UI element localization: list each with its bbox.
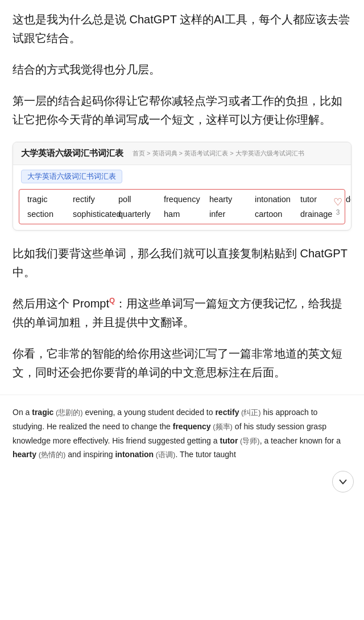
word-quarterly: quarterly — [118, 210, 164, 219]
word-intonation: intonation — [255, 195, 300, 204]
word-decorative: decorative — [346, 195, 351, 204]
number-badge: 3 — [336, 208, 340, 216]
word-tragic-bold: tragic — [32, 408, 53, 417]
tragic-cn: (悲剧的) — [53, 408, 82, 417]
intro-para3: 第一层的结合起码你得让它帮你减轻点学习或者工作的负担，比如让它把你今天背的单词写… — [13, 92, 351, 129]
vocab-words-box: tragic rectify poll frequency hearty int… — [19, 189, 345, 224]
word-frequency-bold: frequency — [173, 422, 211, 431]
word-tutor-bold: tutor — [220, 436, 238, 445]
intro-para1: 这也是我为什么总是说 ChatGPT 这样的AI工具，每个人都应该去尝试跟它结合… — [13, 10, 351, 48]
frequency-cn: (频率) — [211, 422, 233, 431]
vocab-tag: 大学英语六级词汇书词汇表 — [21, 170, 122, 183]
word-rectify-bold: rectify — [215, 408, 239, 417]
intonation-cn: (语调) — [154, 450, 175, 459]
middle-para3: 你看，它非常的智能的给你用这些词汇写了一篇非常地道的英文短文，同时还会把你要背的… — [13, 344, 351, 382]
word-ham: ham — [164, 210, 209, 219]
word-poll: poll — [118, 195, 164, 204]
vocab-card: 大学英语六级词汇书词汇表 首页 > 英语词典 > 英语考试词汇表 > 大学英语六… — [13, 142, 351, 231]
word-frequency: frequency — [164, 195, 209, 204]
word-hearty-bold: hearty — [13, 450, 36, 459]
intro-para2: 结合的方式我觉得也分几层。 — [13, 60, 351, 79]
word-infer: infer — [209, 210, 255, 219]
middle-para2: 然后用这个 PromptQ：用这些单词写一篇短文方便我记忆，给我提供的单词加粗，… — [13, 294, 351, 332]
side-icons: ♡ 3 — [330, 190, 346, 224]
word-intonation-bold: intonation — [115, 450, 154, 459]
article-paragraph: On a tragic (悲剧的) evening, a young stude… — [13, 405, 351, 462]
prompt-prefix: 然后用这个 Prompt — [13, 297, 109, 310]
breadcrumb: 首页 > 英语词典 > 英语考试词汇表 > 大学英语六级考试词汇书 — [133, 149, 304, 158]
word-section: section — [27, 210, 73, 219]
vocab-tag-row: 大学英语六级词汇书词汇表 — [13, 165, 351, 187]
vocab-site-title: 大学英语六级词汇书词汇表 — [21, 148, 123, 159]
prompt-superscript: Q — [109, 296, 115, 305]
chevron-down-button[interactable] — [332, 471, 354, 492]
vocab-row-2: section sophisticated quarterly ham infe… — [19, 207, 345, 221]
hearty-cn: (热情的) — [36, 450, 65, 459]
middle-para1: 比如我们要背这些单词，那么我们就可以直接复制粘贴到 ChatGPT 中。 — [13, 244, 351, 282]
rectify-cn: (纠正) — [239, 408, 260, 417]
word-sophisticated: sophisticated — [73, 210, 118, 219]
heart-icon: ♡ — [333, 197, 342, 207]
vocab-row-1: tragic rectify poll frequency hearty int… — [19, 192, 345, 207]
vocab-card-header: 大学英语六级词汇书词汇表 首页 > 英语词典 > 英语考试词汇表 > 大学英语六… — [13, 142, 351, 165]
word-tragic: tragic — [27, 195, 73, 204]
chevron-down-icon — [338, 477, 348, 487]
word-rectify: rectify — [73, 195, 118, 204]
word-cartoon: cartoon — [255, 210, 300, 219]
word-hearty: hearty — [209, 195, 255, 204]
bottom-bar — [0, 465, 364, 492]
tutor-cn: (导师) — [238, 437, 259, 445]
article-block: On a tragic (悲剧的) evening, a young stude… — [0, 395, 364, 462]
